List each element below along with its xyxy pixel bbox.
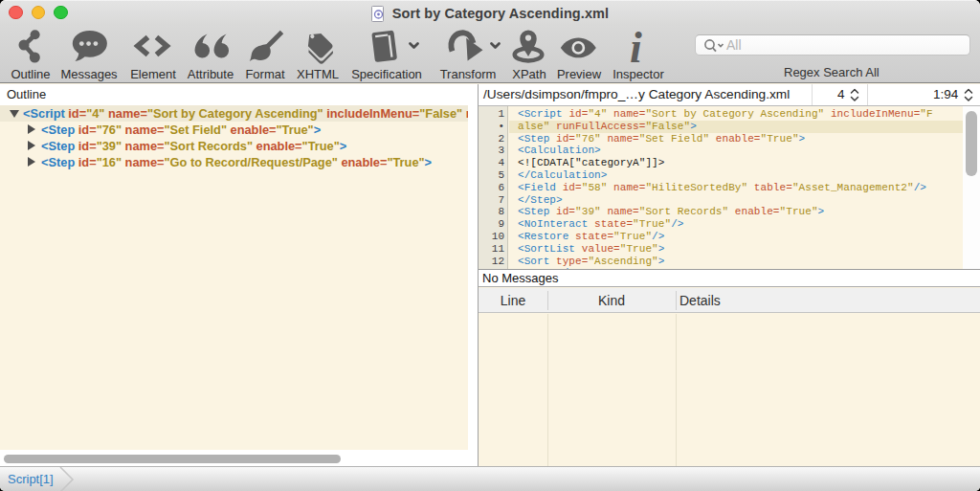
svg-text:i: i bbox=[630, 23, 642, 72]
